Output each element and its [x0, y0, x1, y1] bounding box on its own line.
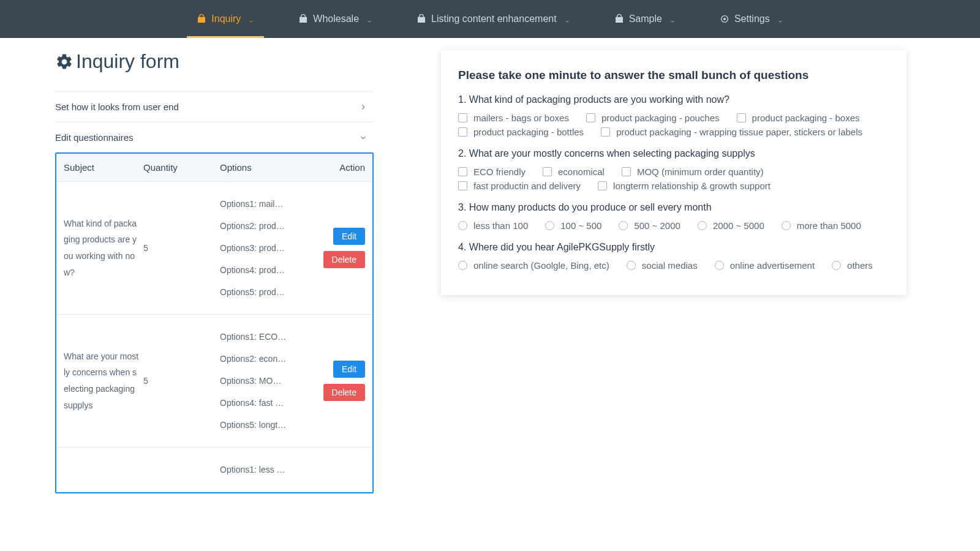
- preview-option[interactable]: product packaging - bottles: [458, 127, 584, 137]
- preview-option[interactable]: MOQ (minimum order quantity): [622, 167, 764, 177]
- option-label: online advertisement: [730, 260, 815, 271]
- page-title-text: Inquiry form: [76, 50, 179, 73]
- cell-quantity: 5: [143, 376, 220, 386]
- preview-option[interactable]: less than 100: [458, 220, 528, 231]
- preview-option[interactable]: online advertisement: [715, 260, 815, 271]
- option-label: economical: [558, 167, 605, 177]
- accordion-editq-label: Edit questionnaires: [55, 132, 134, 143]
- option-label: product packaging - wrapping tissue pape…: [616, 127, 862, 137]
- nav-wholesale[interactable]: Wholesale: [288, 0, 382, 38]
- option-grid: less than 100100 ~ 500500 ~ 20002000 ~ 5…: [458, 220, 889, 231]
- question-table: Subject Quantity Options Action What kin…: [55, 152, 374, 493]
- checkbox-icon: [737, 113, 746, 122]
- preview-option[interactable]: product packaging - pouches: [586, 113, 720, 123]
- option-label: product packaging - pouches: [601, 113, 720, 123]
- preview-question: 3. How many products do you produce or s…: [458, 202, 889, 231]
- preview-option[interactable]: mailers - bags or boxes: [458, 113, 569, 123]
- preview-option[interactable]: 100 ~ 500: [545, 220, 601, 231]
- preview-option[interactable]: product packaging - boxes: [737, 113, 860, 123]
- preview-option[interactable]: others: [832, 260, 873, 271]
- radio-icon: [627, 261, 636, 270]
- chevron-down-icon: [777, 16, 783, 22]
- page-title: Inquiry form: [55, 50, 374, 92]
- chevron-down-icon: [669, 16, 676, 22]
- edit-button[interactable]: Edit: [333, 361, 365, 378]
- preview-option[interactable]: ECO friendly: [458, 167, 526, 177]
- option-label: mailers - bags or boxes: [473, 113, 569, 123]
- checkbox-icon: [586, 113, 595, 122]
- cell-options: Options1: ECO …Options2: econ…Options3: …: [220, 332, 316, 430]
- preview-option[interactable]: longterm relationship & growth support: [598, 181, 771, 191]
- option-label: less than 100: [473, 220, 528, 231]
- checkbox-icon: [458, 181, 467, 190]
- delete-button[interactable]: Delete: [323, 251, 365, 268]
- top-nav: InquiryWholesaleListing content enhancem…: [0, 0, 980, 38]
- chevron-right-icon: [359, 103, 368, 111]
- radio-icon: [698, 221, 707, 230]
- checkbox-icon: [458, 167, 467, 176]
- preview-option[interactable]: product packaging - wrapping tissue pape…: [601, 127, 862, 137]
- preview-option[interactable]: 500 ~ 2000: [619, 220, 680, 231]
- option-line: Options4: fast p…: [220, 398, 287, 408]
- table-row: What kind of packaging products are you …: [56, 182, 372, 315]
- right-panel: Please take one minute to answer the sma…: [441, 50, 907, 493]
- nav-label: Sample: [629, 13, 662, 24]
- cell-subject: What are your mostly concerns when selec…: [64, 348, 143, 413]
- nav-settings[interactable]: Settings: [710, 0, 793, 38]
- cell-action: EditDelete: [316, 361, 365, 401]
- option-label: ECO friendly: [473, 167, 526, 177]
- radio-icon: [458, 261, 467, 270]
- nav-inquiry[interactable]: Inquiry: [187, 0, 264, 38]
- option-label: product packaging - boxes: [752, 113, 860, 123]
- chevron-down-icon: [248, 16, 254, 22]
- option-label: fast productin and delivery: [473, 181, 581, 191]
- cell-subject: What kind of packaging products are you …: [64, 216, 143, 280]
- preview-option[interactable]: more than 5000: [782, 220, 861, 231]
- preview-question: 1. What kind of packaging products are y…: [458, 94, 889, 137]
- checkbox-icon: [458, 113, 467, 122]
- option-grid: mailers - bags or boxesproduct packaging…: [458, 113, 889, 137]
- accordion-looks[interactable]: Set how it looks from user end: [55, 92, 374, 122]
- settings-icon: [720, 14, 729, 24]
- option-label: longterm relationship & growth support: [613, 181, 771, 191]
- th-options: Options: [220, 162, 316, 173]
- radio-icon: [458, 221, 467, 230]
- checkbox-icon: [598, 181, 607, 190]
- preview-option[interactable]: 2000 ~ 5000: [698, 220, 764, 231]
- option-line: Options2: prod…: [220, 221, 287, 231]
- table-header: Subject Quantity Options Action: [56, 154, 372, 182]
- option-line: Options5: prod…: [220, 287, 287, 297]
- preview-option[interactable]: social medias: [627, 260, 698, 271]
- edit-button[interactable]: Edit: [333, 228, 365, 245]
- left-panel: Inquiry form Set how it looks from user …: [55, 50, 374, 493]
- preview-option[interactable]: online search (Goolgle, Bing, etc): [458, 260, 609, 271]
- bag-icon: [298, 14, 308, 24]
- accordion-editq[interactable]: Edit questionnaires: [55, 122, 374, 152]
- option-label: online search (Goolgle, Bing, etc): [473, 260, 609, 271]
- option-line: Options3: prod…: [220, 243, 287, 253]
- chevron-down-icon: [366, 16, 372, 22]
- table-row: What are your mostly concerns when selec…: [56, 315, 372, 448]
- question-title: 1. What kind of packaging products are y…: [458, 94, 889, 105]
- preview-option[interactable]: fast productin and delivery: [458, 181, 581, 191]
- nav-listing-content-enhancement[interactable]: Listing content enhancement: [407, 0, 580, 38]
- question-title: 2. What are your mostly concerns when se…: [458, 148, 889, 159]
- radio-icon: [545, 221, 554, 230]
- option-label: 2000 ~ 5000: [713, 220, 764, 231]
- cell-action: EditDelete: [316, 228, 365, 268]
- option-line: Options1: maile…: [220, 199, 287, 209]
- nav-label: Inquiry: [211, 13, 241, 24]
- checkbox-icon: [543, 167, 552, 176]
- preview-card: Please take one minute to answer the sma…: [441, 50, 907, 295]
- gear-icon: [55, 53, 74, 71]
- preview-option[interactable]: economical: [543, 167, 605, 177]
- bag-icon: [614, 14, 624, 24]
- chevron-down-icon: [359, 133, 368, 142]
- nav-sample[interactable]: Sample: [605, 0, 685, 38]
- checkbox-icon: [458, 127, 467, 137]
- nav-label: Listing content enhancement: [431, 13, 557, 24]
- option-line: Options5: longt…: [220, 420, 287, 430]
- bag-icon: [417, 14, 426, 24]
- option-label: more than 5000: [797, 220, 861, 231]
- delete-button[interactable]: Delete: [323, 384, 365, 401]
